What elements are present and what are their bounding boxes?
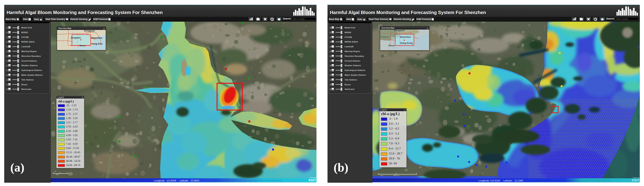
svg-text:Dongguan: Dongguan <box>394 30 404 32</box>
svg-text:Hong Kong: Hong Kong <box>400 42 413 44</box>
svg-text:Shenzhen: Shenzhen <box>91 36 102 39</box>
svg-text:Jiangmen: Jiangmen <box>381 36 389 38</box>
svg-text:Macao: Macao <box>388 44 395 46</box>
svg-text:Dongguan: Dongguan <box>84 30 95 32</box>
svg-text:Hong Kon: Hong Kon <box>91 42 102 45</box>
svg-text:Shenzhen: Shenzhen <box>400 36 411 38</box>
svg-text:Macao: Macao <box>80 44 86 46</box>
svg-text:Jiangmen: Jiangmen <box>71 36 81 39</box>
